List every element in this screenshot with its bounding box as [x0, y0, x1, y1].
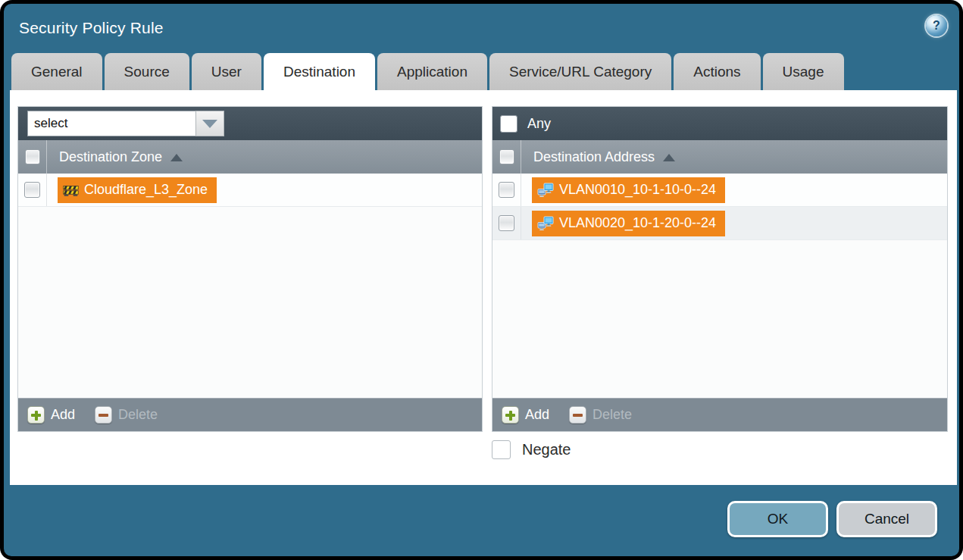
table-row[interactable]: Cloudflare_L3_Zone	[18, 174, 482, 207]
address-icon	[537, 215, 554, 232]
help-icon[interactable]: ?	[926, 15, 947, 36]
delete-icon	[569, 406, 586, 424]
address-column-header: Destination Address	[492, 140, 947, 174]
tab-usage[interactable]: Usage	[763, 53, 844, 90]
add-icon	[27, 406, 45, 424]
row-checkbox[interactable]	[24, 182, 40, 198]
zone-column-title[interactable]: Destination Zone	[59, 149, 183, 165]
zone-rows: Cloudflare_L3_Zone	[18, 174, 482, 398]
screenshot-frame: Security Policy Rule ? General Source Us…	[0, 0, 963, 560]
add-address-button[interactable]: Add	[502, 406, 549, 424]
delete-address-button[interactable]: Delete	[569, 406, 632, 424]
sort-ascending-icon	[663, 154, 675, 161]
chevron-down-icon	[202, 120, 217, 128]
zone-select-all-checkbox[interactable]	[25, 149, 40, 164]
any-label: Any	[527, 116, 551, 132]
security-policy-rule-dialog: Security Policy Rule ? General Source Us…	[4, 4, 959, 556]
address-entry-chip[interactable]: VLAN0010_10-1-10-0--24	[532, 177, 725, 203]
tab-user[interactable]: User	[192, 53, 261, 90]
negate-label: Negate	[522, 441, 571, 458]
negate-checkbox[interactable]	[492, 440, 511, 459]
negate-option: Negate	[492, 440, 571, 459]
zone-select-dropdown-button[interactable]	[195, 111, 224, 136]
zone-icon	[63, 182, 79, 198]
address-column-title[interactable]: Destination Address	[533, 149, 675, 165]
tab-actions[interactable]: Actions	[674, 53, 760, 90]
address-icon	[537, 182, 554, 199]
dialog-title: Security Policy Rule	[19, 19, 164, 37]
zone-select-input[interactable]	[27, 111, 195, 136]
address-entry-chip[interactable]: VLAN0020_10-1-20-0--24	[532, 211, 725, 236]
ok-button[interactable]: OK	[727, 501, 828, 537]
delete-icon	[95, 406, 112, 424]
tab-application[interactable]: Application	[377, 53, 487, 90]
zone-select-all-cell	[18, 140, 47, 174]
zone-entry-chip[interactable]: Cloudflare_L3_Zone	[58, 177, 217, 203]
any-checkbox[interactable]	[500, 115, 517, 133]
tab-bar: General Source User Destination Applicat…	[11, 53, 844, 90]
address-select-all-cell	[492, 140, 521, 174]
tab-source[interactable]: Source	[105, 53, 189, 90]
table-row[interactable]: VLAN0010_10-1-10-0--24	[492, 174, 947, 207]
add-zone-button[interactable]: Add	[27, 406, 75, 424]
zone-select-combo	[27, 111, 224, 136]
zone-column-header: Destination Zone	[18, 140, 482, 174]
tab-general[interactable]: General	[11, 53, 102, 90]
destination-zone-panel: Destination Zone	[17, 106, 483, 432]
tab-content-destination: Destination Zone	[10, 90, 957, 485]
delete-zone-button[interactable]: Delete	[95, 406, 158, 424]
add-icon	[502, 406, 519, 424]
zone-filter-bar	[18, 107, 482, 140]
address-panel-toolbar: Add Delete	[492, 398, 947, 431]
address-any-bar: Any	[492, 107, 947, 140]
zone-entry-label: Cloudflare_L3_Zone	[84, 182, 208, 198]
cancel-button[interactable]: Cancel	[836, 501, 937, 537]
row-checkbox[interactable]	[499, 215, 514, 231]
address-select-all-checkbox[interactable]	[499, 149, 514, 164]
destination-address-panel: Any Destination Address	[492, 106, 948, 432]
table-row[interactable]: VLAN0020_10-1-20-0--24	[492, 207, 947, 240]
tab-destination[interactable]: Destination	[264, 53, 375, 90]
tab-service-url-category[interactable]: Service/URL Category	[489, 53, 671, 90]
sort-ascending-icon	[170, 154, 183, 161]
zone-panel-toolbar: Add Delete	[18, 398, 482, 431]
address-entry-label: VLAN0020_10-1-20-0--24	[559, 215, 716, 231]
address-rows: VLAN0010_10-1-10-0--24	[492, 174, 947, 398]
address-entry-label: VLAN0010_10-1-10-0--24	[559, 182, 716, 198]
row-checkbox[interactable]	[499, 182, 514, 198]
